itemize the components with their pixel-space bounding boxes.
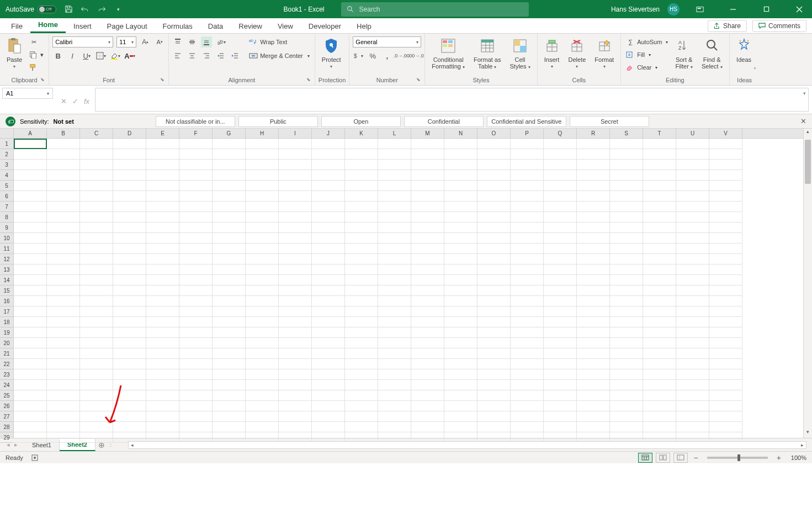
cell[interactable] bbox=[709, 338, 742, 348]
cell[interactable] bbox=[80, 390, 113, 401]
cell[interactable] bbox=[444, 306, 477, 317]
cell[interactable] bbox=[544, 411, 577, 422]
cell[interactable] bbox=[610, 411, 643, 422]
cell[interactable] bbox=[179, 139, 213, 149]
cell[interactable] bbox=[577, 212, 610, 223]
cell[interactable] bbox=[709, 275, 742, 285]
align-left-icon[interactable] bbox=[172, 50, 183, 61]
cell[interactable] bbox=[213, 223, 246, 233]
increase-indent-icon[interactable] bbox=[230, 50, 241, 61]
cell[interactable] bbox=[643, 254, 676, 264]
cell[interactable] bbox=[80, 160, 113, 170]
cell[interactable] bbox=[477, 149, 511, 160]
cell[interactable] bbox=[511, 244, 544, 254]
cell[interactable] bbox=[610, 338, 643, 348]
cell[interactable] bbox=[213, 181, 246, 191]
cell[interactable] bbox=[113, 411, 146, 422]
cell[interactable] bbox=[246, 275, 279, 285]
cell[interactable] bbox=[213, 149, 246, 160]
row-header[interactable]: 6 bbox=[0, 191, 13, 202]
cell[interactable] bbox=[80, 285, 113, 296]
cell[interactable] bbox=[511, 359, 544, 369]
cell[interactable] bbox=[345, 306, 378, 317]
cell[interactable] bbox=[477, 401, 511, 411]
cell[interactable] bbox=[47, 296, 80, 306]
tab-data[interactable]: Data bbox=[200, 19, 231, 33]
cell[interactable] bbox=[544, 139, 577, 149]
cell[interactable] bbox=[643, 223, 676, 233]
cell[interactable] bbox=[80, 212, 113, 223]
cell[interactable] bbox=[444, 244, 477, 254]
cell[interactable] bbox=[213, 401, 246, 411]
cell[interactable] bbox=[312, 327, 345, 338]
autosum-button[interactable]: ∑AutoSum▾ bbox=[624, 36, 670, 47]
cell[interactable] bbox=[14, 380, 47, 390]
cell[interactable] bbox=[47, 254, 80, 264]
cell[interactable] bbox=[444, 223, 477, 233]
cell[interactable] bbox=[444, 422, 477, 432]
cell[interactable] bbox=[213, 160, 246, 170]
cell[interactable] bbox=[345, 390, 378, 401]
cell[interactable] bbox=[411, 285, 444, 296]
cell[interactable] bbox=[544, 254, 577, 264]
cell[interactable] bbox=[676, 160, 709, 170]
close-icon[interactable] bbox=[787, 0, 812, 18]
row-header[interactable]: 2 bbox=[0, 149, 13, 160]
cell[interactable] bbox=[179, 233, 213, 244]
cell[interactable] bbox=[643, 306, 676, 317]
cell[interactable] bbox=[709, 369, 742, 380]
cell[interactable] bbox=[477, 359, 511, 369]
cell[interactable] bbox=[113, 380, 146, 390]
cell[interactable] bbox=[312, 422, 345, 432]
cell[interactable] bbox=[246, 264, 279, 275]
cell[interactable] bbox=[279, 401, 312, 411]
cell[interactable] bbox=[378, 264, 411, 275]
cell[interactable] bbox=[312, 359, 345, 369]
tab-home[interactable]: Home bbox=[30, 17, 66, 33]
cell[interactable] bbox=[146, 181, 179, 191]
cell[interactable] bbox=[643, 348, 676, 359]
cell[interactable] bbox=[14, 181, 47, 191]
cell[interactable] bbox=[80, 170, 113, 181]
cell[interactable] bbox=[246, 401, 279, 411]
cell[interactable] bbox=[47, 348, 80, 359]
cell[interactable] bbox=[146, 327, 179, 338]
cell[interactable] bbox=[312, 296, 345, 306]
row-header[interactable]: 9 bbox=[0, 223, 13, 233]
cell[interactable] bbox=[676, 244, 709, 254]
cell[interactable] bbox=[477, 223, 511, 233]
tab-page-layout[interactable]: Page Layout bbox=[99, 19, 155, 33]
font-dialog-icon[interactable]: ⬊ bbox=[160, 77, 167, 83]
cell[interactable] bbox=[411, 411, 444, 422]
cell[interactable] bbox=[14, 191, 47, 202]
cell[interactable] bbox=[444, 359, 477, 369]
cell[interactable] bbox=[213, 348, 246, 359]
cell[interactable] bbox=[378, 160, 411, 170]
cell[interactable] bbox=[444, 212, 477, 223]
cell[interactable] bbox=[312, 369, 345, 380]
cell[interactable] bbox=[113, 338, 146, 348]
cell[interactable] bbox=[577, 181, 610, 191]
row-header[interactable]: 25 bbox=[0, 390, 13, 401]
cell[interactable] bbox=[179, 306, 213, 317]
cell[interactable] bbox=[411, 149, 444, 160]
cell[interactable] bbox=[14, 359, 47, 369]
cell[interactable] bbox=[80, 223, 113, 233]
cell[interactable] bbox=[179, 275, 213, 285]
cell[interactable] bbox=[80, 327, 113, 338]
cell[interactable] bbox=[411, 317, 444, 327]
format-as-table-button[interactable]: Format asTable ▾ bbox=[470, 35, 505, 72]
cell[interactable] bbox=[444, 401, 477, 411]
cell[interactable] bbox=[577, 359, 610, 369]
column-header[interactable]: F bbox=[179, 129, 213, 138]
cell[interactable] bbox=[411, 369, 444, 380]
cell[interactable] bbox=[610, 202, 643, 212]
cell[interactable] bbox=[146, 191, 179, 202]
cell[interactable] bbox=[146, 369, 179, 380]
cell[interactable] bbox=[213, 212, 246, 223]
cell[interactable] bbox=[610, 275, 643, 285]
cell[interactable] bbox=[577, 254, 610, 264]
undo-icon[interactable] bbox=[81, 5, 89, 14]
cell-styles-button[interactable]: CellStyles ▾ bbox=[506, 35, 533, 72]
cell[interactable] bbox=[511, 275, 544, 285]
